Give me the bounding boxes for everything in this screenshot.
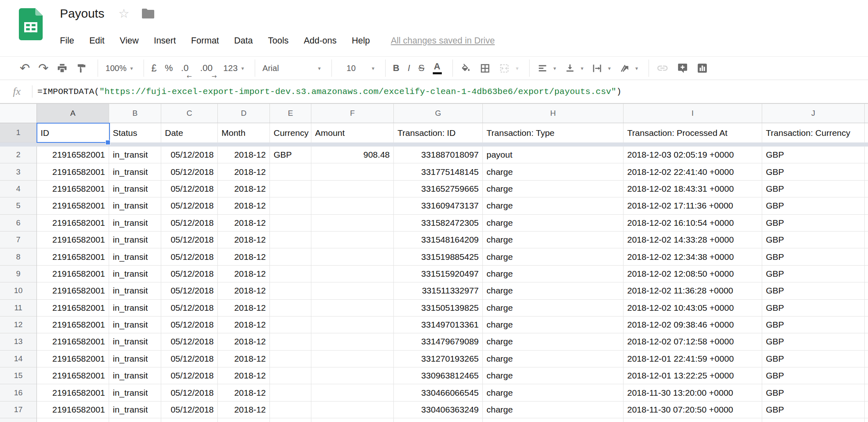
format-percent-button[interactable]: % xyxy=(165,59,173,77)
cell[interactable] xyxy=(865,418,868,422)
cell[interactable]: 05/12/2018 xyxy=(161,248,218,265)
cell[interactable]: 21916582001 xyxy=(37,367,109,384)
cell[interactable]: 2018-12 xyxy=(218,282,270,299)
insert-chart-button[interactable] xyxy=(697,59,708,77)
cell[interactable]: 2018-12-02 16:10:54 +0000 xyxy=(624,215,762,232)
cell[interactable]: GBP xyxy=(762,401,865,418)
cell[interactable]: 331505139825 xyxy=(394,300,483,316)
column-header-partial[interactable] xyxy=(865,104,868,123)
menu-edit[interactable]: Edit xyxy=(89,36,105,46)
cell[interactable]: 21916582001 xyxy=(37,232,109,248)
cell[interactable] xyxy=(270,181,311,197)
cell[interactable]: charge xyxy=(483,282,624,299)
borders-button[interactable] xyxy=(480,59,491,77)
folder-icon[interactable] xyxy=(142,8,155,19)
cell[interactable]: ID xyxy=(37,123,109,142)
cell[interactable] xyxy=(762,418,865,422)
cell[interactable]: 331270193265 xyxy=(394,351,483,367)
cell[interactable]: charge xyxy=(483,384,624,401)
row-header-16[interactable]: 16 xyxy=(0,384,37,401)
font-size-select[interactable]: 10 ▾ xyxy=(339,59,375,77)
menu-file[interactable]: File xyxy=(60,36,74,46)
cell[interactable]: 2018-12 xyxy=(218,351,270,367)
cell[interactable]: 05/12/2018 xyxy=(161,401,218,418)
cell[interactable]: GBP xyxy=(762,232,865,248)
cell[interactable]: Transaction: Currency xyxy=(762,123,865,142)
cell[interactable]: 331519885425 xyxy=(394,248,483,265)
cell[interactable]: 2018-12 xyxy=(218,248,270,265)
cell[interactable]: GBP xyxy=(762,300,865,316)
cell[interactable]: charge xyxy=(483,367,624,384)
cell[interactable] xyxy=(109,418,161,422)
text-rotation-button[interactable] xyxy=(619,59,630,77)
cell[interactable]: Transaction: Type xyxy=(483,123,624,142)
menu-tools[interactable]: Tools xyxy=(268,36,288,46)
row-header-5[interactable]: 5 xyxy=(0,197,37,214)
cell[interactable]: 21916582001 xyxy=(37,215,109,232)
cell[interactable] xyxy=(311,418,394,422)
cell[interactable]: GBP xyxy=(762,333,865,350)
cell[interactable]: charge xyxy=(483,351,624,367)
column-header-J[interactable]: J xyxy=(762,104,865,123)
cell[interactable] xyxy=(270,333,311,350)
cell[interactable]: 21916582001 xyxy=(37,384,109,401)
cell[interactable]: charge xyxy=(483,333,624,350)
cell[interactable]: in_transit xyxy=(109,333,161,350)
cell[interactable]: 05/12/2018 xyxy=(161,351,218,367)
cell[interactable]: in_transit xyxy=(109,266,161,282)
row-header-8[interactable]: 8 xyxy=(0,248,37,265)
cell[interactable]: charge xyxy=(483,401,624,418)
cell[interactable]: charge xyxy=(483,181,624,197)
cell[interactable]: GBP xyxy=(762,282,865,299)
column-header-D[interactable]: D xyxy=(218,104,270,123)
cell[interactable]: GBP xyxy=(762,266,865,282)
cell[interactable] xyxy=(311,163,394,180)
cell[interactable]: 331511332977 xyxy=(394,282,483,299)
cell[interactable]: 330963812465 xyxy=(394,367,483,384)
cell[interactable]: 2018-12 xyxy=(218,384,270,401)
cell[interactable]: 2018-12 xyxy=(218,300,270,316)
cell[interactable] xyxy=(311,316,394,333)
column-header-F[interactable]: F xyxy=(311,104,394,123)
cell[interactable]: 05/12/2018 xyxy=(161,333,218,350)
sheets-logo-icon[interactable] xyxy=(19,8,43,40)
bold-button[interactable]: B xyxy=(393,59,400,77)
cell[interactable]: in_transit xyxy=(109,300,161,316)
cell[interactable]: 331479679089 xyxy=(394,333,483,350)
cell[interactable]: Month xyxy=(218,123,270,142)
cell[interactable] xyxy=(270,300,311,316)
cell[interactable]: 2018-12 xyxy=(218,316,270,333)
cell[interactable]: charge xyxy=(483,197,624,214)
cell[interactable]: 05/12/2018 xyxy=(161,232,218,248)
cell[interactable] xyxy=(311,300,394,316)
cell[interactable]: Amount xyxy=(311,123,394,142)
cell[interactable]: GBP xyxy=(762,351,865,367)
redo-button[interactable]: ↷ xyxy=(38,59,48,77)
cell[interactable] xyxy=(218,418,270,422)
cell[interactable]: 330406363249 xyxy=(394,401,483,418)
cell[interactable]: charge xyxy=(483,316,624,333)
cell[interactable]: 331609473137 xyxy=(394,197,483,214)
cell[interactable]: 331652759665 xyxy=(394,181,483,197)
cell[interactable] xyxy=(311,232,394,248)
cell[interactable] xyxy=(270,418,311,422)
menu-view[interactable]: View xyxy=(120,36,139,46)
cell[interactable]: 05/12/2018 xyxy=(161,282,218,299)
cell[interactable] xyxy=(865,266,868,282)
cell[interactable]: 2018-12-01 22:41:59 +0000 xyxy=(624,351,762,367)
cell[interactable]: in_transit xyxy=(109,147,161,163)
cell[interactable]: 2018-12-02 17:11:36 +0000 xyxy=(624,197,762,214)
row-header-17[interactable]: 17 xyxy=(0,401,37,418)
cell[interactable] xyxy=(311,351,394,367)
column-header-G[interactable]: G xyxy=(394,104,483,123)
cell[interactable]: 2018-12-02 11:36:28 +0000 xyxy=(624,282,762,299)
cell[interactable] xyxy=(311,367,394,384)
cell[interactable]: 330466066545 xyxy=(394,384,483,401)
cell[interactable] xyxy=(270,215,311,232)
cell[interactable] xyxy=(865,367,868,384)
cell[interactable]: in_transit xyxy=(109,401,161,418)
star-icon[interactable]: ☆ xyxy=(118,7,129,20)
column-header-H[interactable]: H xyxy=(483,104,624,123)
cell[interactable]: 2018-12-01 13:22:25 +0000 xyxy=(624,367,762,384)
document-title[interactable]: Payouts xyxy=(60,7,104,21)
